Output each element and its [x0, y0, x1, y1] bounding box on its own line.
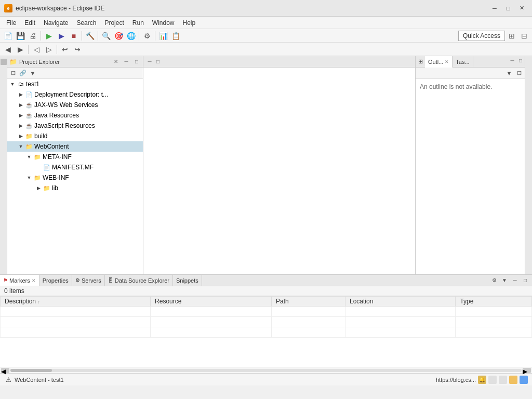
project-explorer-minimize[interactable]: ─ [122, 58, 130, 66]
menu-file[interactable]: File [2, 17, 20, 29]
save-button[interactable]: 💾 [15, 30, 26, 42]
menu-edit[interactable]: Edit [20, 17, 39, 29]
nav-button2[interactable]: ↪ [72, 44, 83, 55]
back-button[interactable]: ◀ [2, 44, 14, 55]
tab-markers-close[interactable]: ✕ [32, 278, 36, 283]
tree-item-js-resources[interactable]: ▶ ☕ JavaScript Resources [7, 121, 143, 131]
tree-item-webcontent[interactable]: ▼ 📁 WebContent [7, 141, 143, 152]
col-location-label: Location [350, 298, 373, 305]
tab-markers[interactable]: ⚑ Markers ✕ [0, 275, 39, 286]
col-location[interactable]: Location [345, 297, 455, 307]
tree-item-deployment[interactable]: ▶ 📄 Deployment Descriptor: t... [7, 89, 143, 100]
coverage-button[interactable]: 📋 [170, 30, 181, 42]
build-button[interactable]: 🔨 [84, 30, 96, 42]
arrow-js-resources: ▶ [18, 123, 24, 129]
maximize-button[interactable]: □ [502, 4, 514, 13]
left-sidebar-btn[interactable] [1, 59, 7, 65]
globe-button[interactable]: 🌐 [125, 30, 137, 42]
col-path[interactable]: Path [271, 297, 345, 307]
close-button[interactable]: ✕ [515, 4, 528, 13]
outline-menu-btn[interactable]: ▼ [504, 69, 514, 78]
server-button[interactable]: ⚙ [141, 30, 153, 42]
icon-java-resources: ☕ [25, 111, 33, 119]
project-tree: ▼ 🗂 test1 ▶ 📄 Deployment Descriptor: t..… [7, 79, 143, 274]
view-menu-button[interactable]: ▼ [28, 69, 37, 78]
menu-help[interactable]: Help [179, 17, 200, 29]
col-type[interactable]: Type [456, 297, 532, 307]
forward-button[interactable]: ▶ [15, 44, 26, 55]
outline-minimize[interactable]: ─ [508, 56, 516, 64]
status-right: https://blog.cs... 🔔 [436, 376, 528, 384]
debug-button[interactable]: ▶ [56, 30, 67, 42]
tab-outline[interactable]: Outl... ✕ [425, 56, 453, 68]
bottom-configure-btn[interactable]: ⚙ [489, 276, 499, 285]
outline-view-btn[interactable]: ⊟ [514, 69, 524, 78]
tree-item-manifest[interactable]: 📄 MANIFEST.MF [7, 162, 143, 172]
main-layout: 📁 Project Explorer ✕ ─ □ ⊟ 🔗 ▼ ▼ 🗂 test1 [0, 56, 532, 373]
nav-button[interactable]: ↩ [59, 44, 71, 55]
target-button[interactable]: 🎯 [113, 30, 124, 42]
col-resource[interactable]: Resource [151, 297, 272, 307]
label-meta-inf: META-INF [43, 153, 72, 161]
collapse-all-button[interactable]: ⊟ [8, 69, 18, 78]
next-edit-button[interactable]: ▷ [43, 44, 55, 55]
project-explorer-maximize[interactable]: □ [132, 58, 141, 66]
menu-bar: FileEditNavigateSearchProjectRunWindowHe… [0, 17, 532, 29]
outline-maximize[interactable]: □ [516, 56, 525, 64]
outline-toolbar: ▼ ⊟ [416, 68, 525, 79]
tab-properties-label: Properties [43, 277, 69, 284]
menu-run[interactable]: Run [128, 17, 148, 29]
run-button[interactable]: ▶ [43, 30, 55, 42]
menu-project[interactable]: Project [100, 17, 128, 29]
scroll-left-btn[interactable]: ◀ [1, 368, 9, 373]
bottom-panel: ⚑ Markers ✕ Properties ⚙ Servers 🗄 Data … [0, 274, 532, 373]
minimize-button[interactable]: ─ [488, 4, 501, 13]
project-explorer-close[interactable]: ✕ [112, 58, 120, 66]
tree-item-build[interactable]: ▶ 📁 build [7, 131, 143, 141]
search-button[interactable]: 🔍 [100, 30, 112, 42]
tab-snippets[interactable]: Snippets [173, 275, 202, 286]
tree-item-jaxws[interactable]: ▶ ☕ JAX-WS Web Services [7, 100, 143, 110]
perspective-button[interactable]: ⊞ [506, 30, 517, 42]
col-description[interactable]: Description ↑ [1, 297, 151, 307]
link-editor-button[interactable]: 🔗 [18, 69, 28, 78]
arrow-deployment: ▶ [18, 91, 24, 98]
editor-maximize[interactable]: □ [154, 58, 162, 66]
outline-message: An outline is not available. [420, 83, 492, 90]
tree-item-lib[interactable]: ▶ 📁 lib [7, 183, 143, 193]
tree-item-java-resources[interactable]: ▶ ☕ Java Resources [7, 110, 143, 121]
arrow-jaxws: ▶ [18, 102, 24, 108]
scroll-right-btn[interactable]: ▶ [523, 368, 531, 373]
stop-button[interactable]: ■ [68, 30, 79, 42]
menu-search[interactable]: Search [72, 17, 100, 29]
menu-navigate[interactable]: Navigate [39, 17, 72, 29]
table-row [1, 327, 532, 338]
scroll-thumb[interactable] [10, 369, 52, 372]
outline-panel: ⊞ Outl... ✕ Tas... ─ □ ▼ ⊟ An outline is… [416, 56, 525, 274]
tree-item-web-inf[interactable]: ▼ 📁 WEB-INF [7, 172, 143, 183]
print-button[interactable]: 🖨 [27, 30, 38, 42]
status-url: https://blog.cs... [436, 377, 476, 383]
bottom-view-btn[interactable]: ▼ [500, 276, 509, 285]
tab-servers[interactable]: ⚙ Servers [72, 275, 105, 286]
tab-properties[interactable]: Properties [39, 275, 72, 286]
new-button[interactable]: 📄 [2, 30, 14, 42]
open-view-button[interactable]: ⊟ [518, 30, 530, 42]
bottom-minimize-btn[interactable]: ─ [510, 276, 520, 285]
tab-tasks[interactable]: Tas... [453, 56, 473, 67]
tree-item-test1[interactable]: ▼ 🗂 test1 [7, 79, 143, 89]
separator-3 [98, 31, 98, 41]
icon-deployment: 📄 [25, 90, 33, 99]
tree-item-meta-inf[interactable]: ▼ 📁 META-INF [7, 152, 143, 162]
prev-edit-button[interactable]: ◁ [31, 44, 42, 55]
profile-button[interactable]: 📊 [157, 30, 169, 42]
arrow-manifest [35, 164, 42, 170]
tab-datasource[interactable]: 🗄 Data Source Explorer [105, 275, 173, 286]
menu-window[interactable]: Window [148, 17, 179, 29]
bottom-maximize-btn[interactable]: □ [521, 276, 530, 285]
quick-access-button[interactable]: Quick Access [458, 31, 505, 41]
tab-outline-close[interactable]: ✕ [445, 59, 449, 64]
t2-sep2 [57, 45, 57, 54]
arrow-lib: ▶ [35, 185, 42, 191]
editor-minimize[interactable]: ─ [145, 58, 154, 66]
